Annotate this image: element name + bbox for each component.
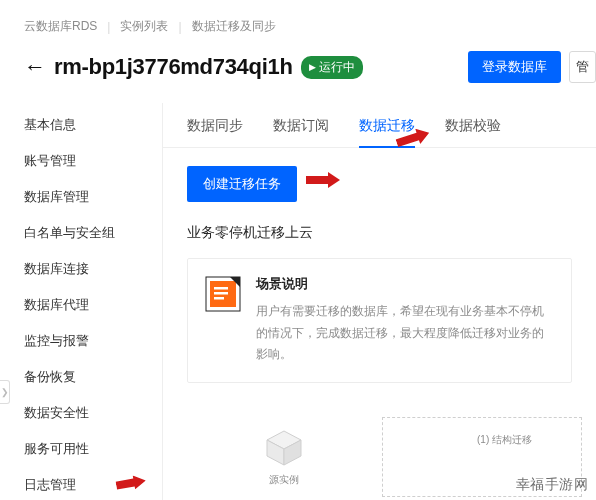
sidebar: 基本信息账号管理数据库管理白名单与安全组数据库连接数据库代理监控与报警备份恢复数… bbox=[24, 103, 162, 500]
more-button[interactable]: 管 bbox=[569, 51, 596, 83]
svg-rect-2 bbox=[214, 287, 228, 290]
breadcrumb-current: 数据迁移及同步 bbox=[192, 18, 276, 35]
play-icon: ▶ bbox=[309, 62, 316, 72]
sidebar-item[interactable]: 数据安全性 bbox=[24, 395, 162, 431]
sidebar-item[interactable]: 基本信息 bbox=[24, 107, 162, 143]
tab[interactable]: 数据校验 bbox=[445, 103, 501, 147]
scene-title: 场景说明 bbox=[256, 275, 555, 293]
instance-name: rm-bp1j3776md734qi1h bbox=[54, 54, 293, 80]
sidebar-item[interactable]: 数据库连接 bbox=[24, 251, 162, 287]
section-title: 业务零停机迁移上云 bbox=[187, 224, 572, 242]
svg-rect-4 bbox=[214, 297, 224, 300]
create-migration-task-button[interactable]: 创建迁移任务 bbox=[187, 166, 297, 202]
breadcrumb-sep: | bbox=[107, 20, 110, 34]
scene-desc: 用户有需要迁移的数据库，希望在现有业务基本不停机的情况下，完成数据迁移，最大程度… bbox=[256, 301, 555, 366]
status-text: 运行中 bbox=[319, 59, 355, 76]
tabs: 数据同步数据订阅数据迁移数据校验 bbox=[163, 103, 596, 148]
sidebar-item[interactable]: 监控与报警 bbox=[24, 323, 162, 359]
database-icon bbox=[265, 429, 303, 467]
sidebar-item[interactable]: 日志管理 bbox=[24, 467, 162, 500]
sidebar-item[interactable]: 数据库管理 bbox=[24, 179, 162, 215]
sidebar-item[interactable]: 账号管理 bbox=[24, 143, 162, 179]
tab[interactable]: 数据订阅 bbox=[273, 103, 329, 147]
scene-card: 场景说明 用户有需要迁移的数据库，希望在现有业务基本不停机的情况下，完成数据迁移… bbox=[187, 258, 572, 383]
status-badge: ▶ 运行中 bbox=[301, 56, 363, 79]
main-panel: 数据同步数据订阅数据迁移数据校验 创建迁移任务 业务零停机迁移上云 bbox=[162, 103, 596, 500]
collapse-handle-icon[interactable]: ❯ bbox=[0, 380, 10, 404]
breadcrumb-mid[interactable]: 实例列表 bbox=[120, 18, 168, 35]
sidebar-item[interactable]: 备份恢复 bbox=[24, 359, 162, 395]
source-instance-label: 源实例 bbox=[257, 473, 311, 487]
watermark: 幸福手游网 bbox=[516, 476, 589, 494]
page-header: ← rm-bp1j3776md734qi1h ▶ 运行中 登录数据库 管 bbox=[24, 51, 596, 83]
step-1-label: (1) 结构迁移 bbox=[477, 433, 532, 447]
migration-diagram: 源实例 (1) 结构迁移 bbox=[187, 407, 572, 487]
svg-rect-3 bbox=[214, 292, 228, 295]
login-database-button[interactable]: 登录数据库 bbox=[468, 51, 561, 83]
source-instance-node: 源实例 bbox=[257, 429, 311, 487]
tab[interactable]: 数据迁移 bbox=[359, 103, 415, 147]
back-arrow-icon[interactable]: ← bbox=[24, 56, 46, 78]
breadcrumb-root[interactable]: 云数据库RDS bbox=[24, 18, 97, 35]
breadcrumb-sep: | bbox=[178, 20, 181, 34]
sidebar-item[interactable]: 服务可用性 bbox=[24, 431, 162, 467]
sidebar-item[interactable]: 数据库代理 bbox=[24, 287, 162, 323]
document-icon bbox=[204, 275, 242, 313]
sidebar-item[interactable]: 白名单与安全组 bbox=[24, 215, 162, 251]
tab[interactable]: 数据同步 bbox=[187, 103, 243, 147]
breadcrumb: 云数据库RDS | 实例列表 | 数据迁移及同步 bbox=[24, 18, 596, 35]
